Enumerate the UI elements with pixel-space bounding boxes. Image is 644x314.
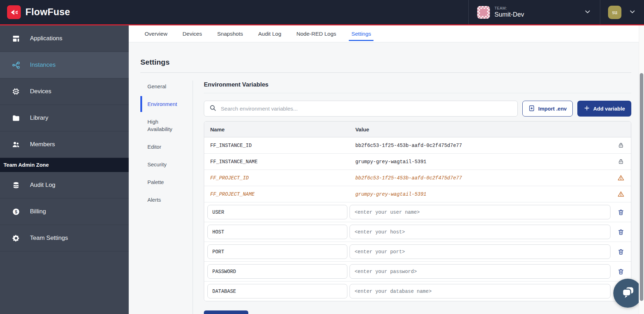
user-avatar: su bbox=[608, 6, 621, 19]
tab-settings[interactable]: Settings bbox=[351, 25, 371, 42]
sidebar-item-label: Library bbox=[30, 114, 48, 122]
variable-value-input[interactable] bbox=[350, 244, 610, 259]
import-icon bbox=[528, 105, 535, 113]
team-label: TEAM: bbox=[494, 6, 524, 10]
variable-value-input[interactable] bbox=[350, 205, 610, 219]
sidebar-item-label: Devices bbox=[30, 88, 51, 95]
lock-icon bbox=[618, 142, 624, 148]
table-row: FF_PROJECT_ID bb2f6c53-1f25-453b-aafd-0c… bbox=[204, 170, 631, 186]
settings-nav-high-availability[interactable]: High Availability bbox=[140, 118, 182, 133]
sidebar-item-team-settings[interactable]: Team Settings bbox=[0, 225, 129, 251]
section-divider bbox=[204, 93, 631, 93]
tab-overview[interactable]: Overview bbox=[145, 25, 168, 42]
members-icon bbox=[11, 140, 20, 149]
settings-nav-palette[interactable]: Palette bbox=[140, 178, 193, 186]
search-box bbox=[204, 101, 518, 117]
variable-name-input[interactable] bbox=[207, 205, 347, 219]
applications-icon bbox=[11, 35, 20, 43]
flowfuse-app: FlowFuse TEAM: Sumit-Dev su bbox=[0, 0, 644, 314]
tab-audit-log[interactable]: Audit Log bbox=[258, 25, 281, 42]
table-row bbox=[204, 202, 631, 222]
table-header: Name Value bbox=[204, 122, 631, 137]
delete-variable-button[interactable] bbox=[618, 209, 624, 215]
table-row bbox=[204, 242, 631, 262]
sidebar-item-devices[interactable]: Devices bbox=[0, 78, 129, 105]
svg-text:$: $ bbox=[15, 209, 17, 214]
variable-value-input[interactable] bbox=[350, 264, 610, 279]
warning-icon bbox=[618, 191, 624, 197]
table-row bbox=[204, 262, 631, 282]
billing-icon: $ bbox=[11, 208, 20, 216]
settings-nav-alerts[interactable]: Alerts bbox=[140, 196, 193, 203]
sidebar: Applications Instances Devices Library bbox=[0, 25, 129, 314]
table-row: FF_PROJECT_NAME grumpy-grey-wagtail-5391 bbox=[204, 186, 631, 202]
instance-tabs: Overview Devices Snapshots Audit Log Nod… bbox=[129, 25, 644, 42]
tab-snapshots[interactable]: Snapshots bbox=[217, 25, 243, 42]
tab-devices[interactable]: Devices bbox=[183, 25, 202, 42]
user-menu[interactable]: su bbox=[600, 0, 644, 24]
sidebar-item-library[interactable]: Library bbox=[0, 105, 129, 131]
import-env-button[interactable]: Import .env bbox=[522, 101, 573, 117]
team-settings-gear-icon bbox=[11, 234, 20, 242]
chat-icon bbox=[620, 285, 636, 302]
sidebar-item-label: Members bbox=[30, 141, 55, 148]
team-avatar bbox=[477, 6, 490, 19]
plus-icon bbox=[584, 105, 590, 112]
variable-name-input[interactable] bbox=[207, 264, 347, 279]
brand-name: FlowFuse bbox=[25, 7, 70, 18]
chat-widget-button[interactable] bbox=[613, 279, 642, 308]
library-icon bbox=[11, 114, 20, 122]
variable-name-input[interactable] bbox=[207, 225, 347, 239]
tab-node-red-logs[interactable]: Node-RED Logs bbox=[297, 25, 336, 42]
delete-variable-button[interactable] bbox=[618, 248, 624, 255]
warning-icon bbox=[618, 174, 624, 181]
column-header-name: Name bbox=[204, 126, 349, 132]
lock-icon bbox=[618, 159, 624, 165]
title-divider bbox=[140, 72, 631, 73]
settings-nav-general[interactable]: General bbox=[140, 83, 193, 90]
settings-nav-environment[interactable]: Environment bbox=[140, 100, 193, 108]
team-name: Sumit-Dev bbox=[494, 11, 524, 18]
search-input[interactable] bbox=[221, 106, 512, 112]
sidebar-item-label: Team Settings bbox=[30, 235, 68, 242]
settings-nav-editor[interactable]: Editor bbox=[140, 143, 193, 150]
brand[interactable]: FlowFuse bbox=[7, 5, 70, 19]
variable-value-input[interactable] bbox=[350, 225, 610, 239]
add-variable-button[interactable]: Add variable bbox=[577, 101, 631, 117]
devices-icon bbox=[11, 87, 20, 96]
sidebar-item-audit-log[interactable]: Audit Log bbox=[0, 172, 129, 199]
settings-nav: General Environment High Availability Ed… bbox=[140, 81, 193, 314]
page-title: Settings bbox=[140, 58, 631, 66]
variable-value-input[interactable] bbox=[350, 284, 610, 298]
settings-nav-security[interactable]: Security bbox=[140, 161, 193, 168]
delete-variable-button[interactable] bbox=[618, 268, 624, 275]
chevron-down-icon bbox=[584, 8, 591, 17]
table-row bbox=[204, 282, 631, 301]
table-row bbox=[204, 222, 631, 242]
sidebar-item-billing[interactable]: $ Billing bbox=[0, 199, 129, 225]
save-settings-button[interactable]: Save settings bbox=[204, 310, 248, 314]
variable-name-input[interactable] bbox=[207, 284, 347, 298]
variable-name-input[interactable] bbox=[207, 244, 347, 259]
search-icon bbox=[209, 104, 217, 113]
delete-variable-button[interactable] bbox=[618, 229, 624, 235]
scrollbar-track[interactable] bbox=[639, 25, 644, 314]
instances-icon bbox=[11, 61, 20, 70]
sidebar-item-applications[interactable]: Applications bbox=[0, 25, 129, 52]
team-switcher[interactable]: TEAM: Sumit-Dev bbox=[469, 0, 600, 24]
env-variables-table: Name Value FF_INSTANCE_ID bb2f6c53-1f25-… bbox=[204, 121, 631, 301]
team-admin-zone-label: Team Admin Zone bbox=[0, 158, 129, 172]
sidebar-item-label: Audit Log bbox=[30, 182, 55, 189]
flowfuse-logo-icon bbox=[7, 5, 21, 19]
table-row: FF_INSTANCE_NAME grumpy-grey-wagtail-539… bbox=[204, 154, 631, 170]
scrollbar-thumb[interactable] bbox=[640, 73, 643, 301]
sidebar-item-instances[interactable]: Instances bbox=[0, 52, 129, 78]
column-header-value: Value bbox=[349, 126, 610, 132]
top-bar: FlowFuse TEAM: Sumit-Dev su bbox=[0, 0, 644, 24]
sidebar-item-members[interactable]: Members bbox=[0, 131, 129, 158]
sidebar-item-label: Instances bbox=[30, 61, 56, 69]
sidebar-item-label: Applications bbox=[30, 35, 62, 42]
table-row: FF_INSTANCE_ID bb2f6c53-1f25-453b-aafd-0… bbox=[204, 137, 631, 154]
chevron-down-icon bbox=[628, 8, 636, 17]
section-heading: Environment Variables bbox=[204, 81, 631, 88]
